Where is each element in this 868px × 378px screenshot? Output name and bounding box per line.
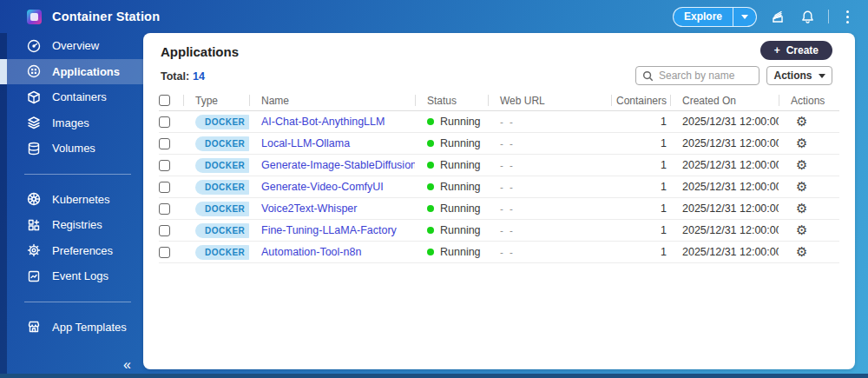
status-running-dot: [427, 162, 434, 169]
application-name-link[interactable]: Fine-Tuning-LLaMA-Factory: [261, 224, 397, 236]
column-header-actions[interactable]: Actions: [779, 90, 839, 110]
containers-count: 1: [611, 202, 670, 215]
sidebar-item-applications[interactable]: Applications: [0, 59, 143, 85]
search-box[interactable]: [635, 66, 760, 85]
create-button[interactable]: + Create: [760, 41, 832, 60]
row-checkbox[interactable]: [159, 247, 170, 258]
web-url-value: - -: [500, 182, 515, 192]
type-badge: DOCKER: [195, 245, 249, 260]
sidebar-item-images[interactable]: Images: [0, 110, 143, 136]
table-row: DOCKER Automation-Tool-n8n Running - - 1…: [159, 242, 839, 263]
created-on-value: 2025/12/31 12:00:00: [670, 159, 779, 171]
created-on-value: 2025/12/31 12:00:00: [670, 116, 779, 128]
application-name-link[interactable]: Generate-Image-StableDiffusion: [261, 159, 415, 171]
row-actions-gear-icon[interactable]: ⚙: [796, 116, 807, 129]
type-badge: DOCKER: [195, 136, 249, 151]
sidebar-item-label: Overview: [52, 39, 99, 52]
sidebar-item-label: Registries: [52, 218, 102, 231]
web-url-value: - -: [500, 138, 515, 149]
row-actions-gear-icon[interactable]: ⚙: [796, 202, 807, 216]
explore-button-label[interactable]: Explore: [674, 8, 733, 26]
row-actions-gear-icon[interactable]: ⚙: [796, 246, 807, 259]
applications-table: Type Name Status Web URL Containers Crea…: [143, 90, 855, 263]
sidebar-divider: [24, 302, 131, 302]
gear-outline-icon: [26, 242, 42, 258]
web-url-value: - -: [500, 160, 515, 170]
sidebar-item-kubernetes[interactable]: Kubernetes: [0, 187, 143, 213]
page-title: Applications: [161, 44, 239, 59]
app-title: Container Station: [52, 10, 160, 23]
row-checkbox[interactable]: [159, 160, 170, 171]
status-text: Running: [440, 137, 481, 149]
sidebar-item-volumes[interactable]: Volumes: [0, 136, 143, 162]
sidebar-item-app-templates[interactable]: App Templates: [0, 315, 143, 341]
created-on-value: 2025/12/31 12:00:00: [670, 224, 779, 236]
type-badge: DOCKER: [195, 115, 249, 129]
event-log-icon: [26, 269, 42, 284]
topbar: Container Station Explore: [0, 0, 868, 33]
sidebar-item-label: Volumes: [52, 142, 95, 155]
column-header-status[interactable]: Status: [415, 90, 488, 110]
application-name-link[interactable]: Local-LLM-Ollama: [261, 137, 350, 149]
web-url-value: - -: [500, 225, 515, 235]
row-checkbox[interactable]: [159, 138, 170, 149]
sidebar-item-containers[interactable]: Containers: [0, 84, 143, 110]
web-url-value: - -: [500, 247, 515, 257]
chevron-down-icon: [819, 74, 825, 78]
created-on-value: 2025/12/31 12:00:00: [670, 181, 779, 193]
application-name-link[interactable]: Generate-Video-ComfyUI: [261, 181, 384, 193]
table-row: DOCKER AI-Chat-Bot-AnythingLLM Running -…: [159, 111, 839, 133]
sidebar-item-event-logs[interactable]: Event Logs: [0, 263, 143, 289]
application-name-link[interactable]: AI-Chat-Bot-AnythingLLM: [261, 116, 385, 128]
topbar-actions: Explore: [673, 7, 854, 27]
explore-button[interactable]: Explore: [673, 7, 757, 27]
column-header-name[interactable]: Name: [249, 90, 415, 110]
row-actions-gear-icon[interactable]: ⚙: [796, 159, 807, 172]
type-badge: DOCKER: [195, 158, 249, 173]
table-header-row: Type Name Status Web URL Containers Crea…: [159, 90, 839, 111]
row-checkbox[interactable]: [159, 203, 170, 215]
created-on-value: 2025/12/31 12:00:00: [670, 246, 779, 258]
status-text: Running: [440, 224, 481, 236]
web-url-value: - -: [500, 203, 515, 214]
sidebar-item-label: Containers: [52, 90, 107, 103]
status-text: Running: [440, 159, 481, 171]
sidebar-item-preferences[interactable]: Preferences: [0, 238, 143, 264]
containers-count: 1: [611, 181, 670, 193]
sidebar-item-overview[interactable]: Overview: [0, 33, 143, 59]
table-row: DOCKER Voice2Text-Whisper Running - - 1 …: [159, 198, 839, 220]
sidebar-item-registries[interactable]: Registries: [0, 212, 143, 238]
type-badge: DOCKER: [195, 180, 249, 195]
type-badge: DOCKER: [195, 202, 249, 216]
sidebar-collapse-chevron[interactable]: «: [123, 357, 131, 373]
status-text: Running: [440, 246, 481, 258]
row-actions-gear-icon[interactable]: ⚙: [796, 181, 807, 194]
row-checkbox[interactable]: [159, 225, 170, 236]
column-header-type[interactable]: Type: [183, 90, 249, 110]
column-header-containers[interactable]: Containers: [611, 90, 670, 110]
applications-grid-icon: [26, 63, 42, 79]
row-actions-gear-icon[interactable]: ⚙: [796, 137, 807, 150]
row-checkbox[interactable]: [159, 116, 170, 128]
created-on-value: 2025/12/31 12:00:00: [670, 202, 779, 215]
more-options-kebab-icon[interactable]: [841, 9, 854, 25]
column-header-web-url[interactable]: Web URL: [488, 90, 611, 110]
gauge-icon: [26, 38, 42, 54]
row-checkbox[interactable]: [159, 182, 170, 193]
storefront-icon: [26, 319, 42, 335]
application-name-link[interactable]: Voice2Text-Whisper: [261, 202, 357, 215]
table-row: DOCKER Fine-Tuning-LLaMA-Factory Running…: [159, 220, 839, 242]
search-input[interactable]: [659, 70, 753, 82]
main-panel: Applications + Create Total:14 Actions T…: [143, 33, 855, 369]
containers-count: 1: [611, 116, 670, 128]
topbar-divider: [828, 10, 829, 23]
background-tasks-icon[interactable]: [769, 8, 786, 25]
column-header-created-on[interactable]: Created On: [670, 90, 779, 110]
notifications-bell-icon[interactable]: [799, 8, 816, 25]
select-all-checkbox[interactable]: [159, 95, 170, 106]
explore-dropdown-button[interactable]: [733, 8, 756, 26]
row-actions-gear-icon[interactable]: ⚙: [796, 224, 807, 237]
actions-button[interactable]: Actions: [766, 66, 832, 85]
registry-grid-icon: [26, 217, 42, 233]
application-name-link[interactable]: Automation-Tool-n8n: [261, 246, 361, 258]
